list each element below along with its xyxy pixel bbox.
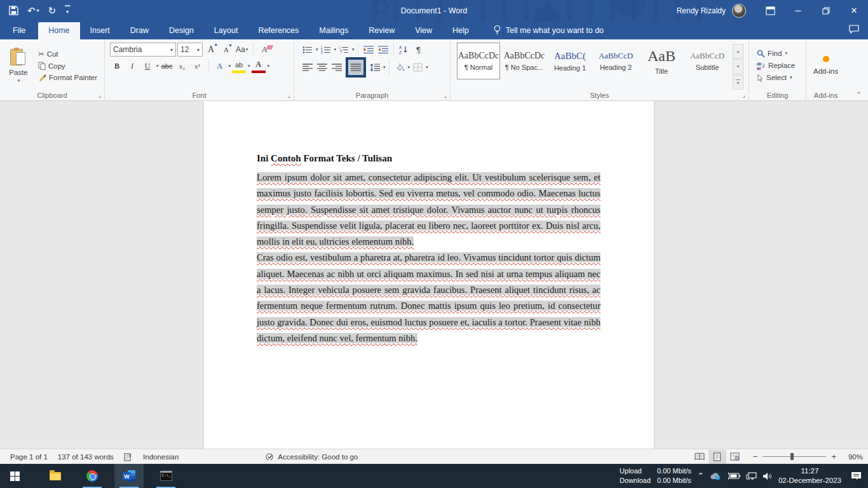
copy-button[interactable]: Copy xyxy=(36,60,100,71)
replace-button[interactable]: abac Replace xyxy=(754,60,797,71)
comments-icon[interactable] xyxy=(849,25,868,39)
start-button[interactable] xyxy=(0,464,29,488)
clock-widget[interactable]: 11:2702-December-2023 xyxy=(778,466,841,485)
customize-qat-button[interactable]: ▔▾ xyxy=(65,8,70,13)
shading-button[interactable] xyxy=(393,60,407,74)
volume-icon[interactable] xyxy=(763,472,773,480)
zoom-out-button[interactable]: − xyxy=(753,452,758,461)
numbering-dropdown-icon[interactable]: ▾ xyxy=(334,47,337,52)
font-size-combobox[interactable]: 12▾ xyxy=(177,43,203,57)
tab-mailings[interactable]: Mailings xyxy=(309,22,358,39)
bullets-dropdown-icon[interactable]: ▾ xyxy=(316,47,318,52)
strikethrough-button[interactable]: abc xyxy=(160,59,174,73)
underline-dropdown-icon[interactable]: ▾ xyxy=(156,64,159,69)
collapse-ribbon-button[interactable]: ⌃ xyxy=(857,91,862,98)
chrome-button[interactable] xyxy=(78,464,107,488)
tell-me-box[interactable]: Tell me what you want to do xyxy=(493,25,604,39)
save-button[interactable] xyxy=(9,6,18,15)
line-spacing-dropdown-icon[interactable]: ▾ xyxy=(383,65,386,70)
align-left-button[interactable] xyxy=(301,60,315,74)
tab-references[interactable]: References xyxy=(248,22,309,39)
paragraph-dialog-launcher[interactable]: ⌟ xyxy=(444,92,447,98)
borders-dropdown-icon[interactable]: ▾ xyxy=(426,65,428,70)
text-highlight-button[interactable]: ab xyxy=(232,59,246,73)
increase-indent-button[interactable] xyxy=(376,43,390,57)
text-effects-dropdown-icon[interactable]: ▾ xyxy=(229,64,231,69)
borders-button[interactable] xyxy=(410,60,424,74)
user-name[interactable]: Rendy Rizaldy xyxy=(677,6,726,15)
document-paragraph-1[interactable]: Lorem ipsum dolor sit amet, consectetur … xyxy=(257,170,600,250)
page-indicator[interactable]: Page 1 of 1 xyxy=(5,453,53,461)
numbering-button[interactable]: 123 xyxy=(319,43,333,57)
tab-layout[interactable]: Layout xyxy=(204,22,248,39)
minimize-button[interactable]: ─ xyxy=(784,0,812,21)
tab-insert[interactable]: Insert xyxy=(80,22,120,39)
clipboard-dialog-launcher[interactable]: ⌟ xyxy=(98,92,101,98)
print-layout-button[interactable] xyxy=(709,450,726,464)
text-effects-button[interactable]: A xyxy=(213,59,227,73)
decrease-indent-button[interactable] xyxy=(362,43,376,57)
align-right-button[interactable] xyxy=(330,60,344,74)
file-explorer-button[interactable] xyxy=(41,464,70,488)
multilevel-list-button[interactable]: 1ai xyxy=(337,43,351,57)
font-color-dropdown-icon[interactable]: ▾ xyxy=(268,64,270,69)
multilevel-dropdown-icon[interactable]: ▾ xyxy=(352,47,355,52)
battery-icon[interactable] xyxy=(728,472,740,480)
subscript-button[interactable]: x₂ xyxy=(175,59,189,73)
redo-button[interactable]: ↻ xyxy=(48,6,57,15)
accessibility-status[interactable]: Accessibility: Good to go xyxy=(260,452,363,461)
word-count[interactable]: 137 of 143 words xyxy=(53,453,119,461)
read-mode-button[interactable] xyxy=(691,450,709,464)
style-title[interactable]: AaBTitle xyxy=(640,43,683,79)
shrink-font-button[interactable]: A▼ xyxy=(219,43,233,57)
style-normal[interactable]: AaBbCcDc¶ Normal xyxy=(457,43,500,79)
styles-gallery-more-button[interactable]: ▼ xyxy=(733,75,743,90)
undo-button[interactable]: ↶▾ xyxy=(27,6,39,15)
underline-button[interactable]: U xyxy=(140,59,154,73)
align-center-button[interactable] xyxy=(315,60,329,74)
font-family-combobox[interactable]: Cambria▾ xyxy=(110,43,176,57)
command-prompt-button[interactable]: C:\_ xyxy=(151,464,180,488)
document-page[interactable]: Ini Contoh Format Teks / Tulisan Lorem i… xyxy=(204,101,654,449)
tray-expand-icon[interactable]: ⌃ xyxy=(698,471,704,480)
style-subtitle[interactable]: AaBbCcDSubtitle xyxy=(686,43,729,79)
styles-scroll-down-button[interactable]: ▼ xyxy=(733,59,743,74)
superscript-button[interactable]: x² xyxy=(191,59,205,73)
zoom-in-button[interactable]: + xyxy=(831,452,836,461)
tab-home[interactable]: Home xyxy=(38,22,79,39)
styles-dialog-launcher[interactable]: ⌟ xyxy=(742,92,745,98)
bold-button[interactable]: B xyxy=(110,59,124,73)
word-taskbar-button[interactable]: W xyxy=(114,464,144,488)
grow-font-button[interactable]: A▲ xyxy=(204,43,218,57)
style-heading-2[interactable]: AaBbCcDHeading 2 xyxy=(594,43,637,79)
tab-help[interactable]: Help xyxy=(442,22,479,39)
proofing-status[interactable]: x xyxy=(119,452,138,461)
network-icon[interactable] xyxy=(746,472,757,480)
language-indicator[interactable]: Indonesian xyxy=(138,453,184,461)
tab-design[interactable]: Design xyxy=(159,22,204,39)
paste-dropdown-icon[interactable]: ▾ xyxy=(18,78,20,83)
web-layout-button[interactable] xyxy=(726,450,744,464)
format-painter-button[interactable]: Format Painter xyxy=(36,72,100,83)
document-heading[interactable]: Ini Contoh Format Teks / Tulisan xyxy=(257,153,600,164)
bullets-button[interactable] xyxy=(301,43,315,57)
ribbon-display-options-button[interactable] xyxy=(756,0,784,21)
document-paragraph-2[interactable]: Cras odio est, vestibulum a pharetra at,… xyxy=(257,250,600,346)
tab-review[interactable]: Review xyxy=(358,22,405,39)
line-spacing-button[interactable] xyxy=(368,60,382,74)
clear-formatting-button[interactable]: A xyxy=(257,43,271,57)
restore-button[interactable] xyxy=(812,0,840,21)
paste-button[interactable]: Paste ▾ xyxy=(1,41,36,90)
tab-draw[interactable]: Draw xyxy=(120,22,159,39)
select-button[interactable]: Select▾ xyxy=(754,72,797,83)
zoom-slider[interactable] xyxy=(763,456,826,457)
document-canvas[interactable]: Ini Contoh Format Teks / Tulisan Lorem i… xyxy=(0,101,868,449)
justify-button[interactable] xyxy=(349,60,363,74)
tab-file[interactable]: File xyxy=(0,22,38,39)
find-button[interactable]: Find▾ xyxy=(754,48,797,59)
close-button[interactable]: ✕ xyxy=(840,0,868,21)
sort-button[interactable]: AZ xyxy=(397,43,411,57)
font-color-button[interactable]: A xyxy=(252,59,266,73)
zoom-slider-handle[interactable] xyxy=(790,453,794,460)
action-center-icon[interactable] xyxy=(851,471,862,480)
